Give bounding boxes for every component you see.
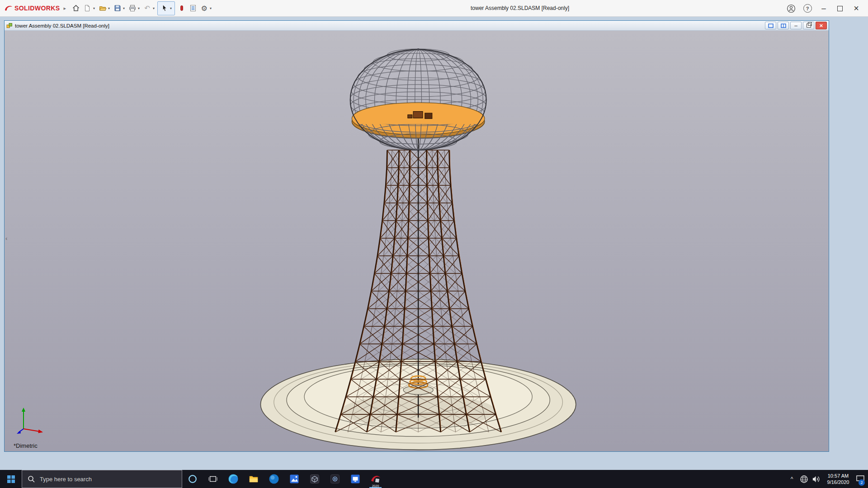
new-dropdown-caret[interactable]: ▾: [93, 6, 95, 10]
document-titlebar[interactable]: tower Assembly 02.SLDASM [Read-only] –: [5, 21, 829, 31]
solidworks-logo: SOLIDWORKS: [5, 5, 60, 12]
undo-dropdown-caret[interactable]: ▾: [153, 6, 155, 10]
account-button[interactable]: [784, 1, 798, 16]
3d-viewer-button[interactable]: [304, 470, 325, 488]
options-dropdown-caret[interactable]: ▾: [210, 6, 212, 10]
movies-app-icon: [350, 474, 361, 484]
media-app-button[interactable]: [325, 470, 345, 488]
save-icon: [113, 4, 122, 12]
orientation-triad[interactable]: [16, 405, 49, 434]
solidworks-taskbar-button[interactable]: 2020: [365, 470, 386, 488]
notification-badge: 2: [859, 479, 865, 486]
evaluate-report-button[interactable]: [187, 2, 198, 14]
save-button[interactable]: [112, 2, 123, 14]
action-center-button[interactable]: 2: [854, 470, 866, 488]
start-button[interactable]: [0, 470, 22, 488]
cortana-button[interactable]: [182, 470, 203, 488]
maximize-button[interactable]: [833, 1, 847, 16]
undo-icon: ↶: [144, 4, 150, 12]
tower-3d-model[interactable]: [5, 31, 829, 451]
window-title: tower Assembly 02.SLDASM [Read-only]: [471, 5, 569, 11]
windows-taskbar: 2020 ^ 10:57 AM 9/16/2020 2: [0, 470, 868, 488]
photos-icon: [289, 474, 300, 484]
doc-close-icon: ×: [820, 22, 823, 29]
clock[interactable]: 10:57 AM 9/16/2020: [822, 473, 854, 486]
close-icon: ×: [854, 3, 859, 14]
edge-icon: [228, 474, 239, 484]
appearance-tool-button[interactable]: [176, 2, 187, 14]
edge-button[interactable]: [223, 470, 243, 488]
home-button[interactable]: [71, 2, 82, 14]
doc-restore-icon: [807, 23, 811, 28]
minimize-button[interactable]: –: [816, 1, 831, 16]
window-split-icon: [781, 23, 786, 28]
toolbar-expand-arrow[interactable]: ▸: [63, 5, 66, 11]
help-icon: ?: [803, 4, 812, 13]
select-tool-button[interactable]: [159, 2, 170, 14]
clock-time: 10:57 AM: [822, 473, 854, 479]
new-document-button[interactable]: [82, 2, 93, 14]
taskbar-search[interactable]: [22, 470, 182, 488]
task-view-icon: [208, 474, 218, 484]
window-layout-icon: [768, 23, 774, 28]
clock-date: 9/16/2020: [822, 479, 854, 485]
solidworks-icon: [370, 474, 381, 484]
file-explorer-button[interactable]: [243, 470, 264, 488]
select-tool-group: ▾: [157, 1, 175, 15]
volume-button[interactable]: [810, 470, 822, 488]
feature-panel-collapse-arrow[interactable]: ‹: [5, 235, 7, 242]
new-document-icon: [83, 4, 91, 12]
cortana-icon: [188, 474, 198, 484]
speaker-icon: [812, 475, 821, 483]
maximize-icon: [837, 6, 843, 11]
print-button[interactable]: [127, 2, 138, 14]
open-dropdown-caret[interactable]: ▾: [108, 6, 110, 10]
3d-viewer-icon: [309, 474, 320, 484]
document-window: tower Assembly 02.SLDASM [Read-only] –: [4, 20, 829, 452]
open-folder-icon: [99, 4, 107, 12]
account-icon: [787, 4, 796, 13]
doc-minimize-icon: –: [794, 23, 797, 29]
movies-app-button[interactable]: [345, 470, 365, 488]
browser-icon: [269, 474, 279, 484]
search-input[interactable]: [39, 475, 182, 483]
dome-platform-disc[interactable]: [352, 103, 485, 138]
home-icon: [72, 4, 80, 12]
triad-x-axis: [38, 430, 43, 433]
network-globe-icon: [800, 475, 808, 483]
help-button[interactable]: ?: [800, 1, 815, 16]
doc-close-button[interactable]: ×: [816, 22, 827, 29]
task-view-button[interactable]: [203, 470, 223, 488]
network-button[interactable]: [798, 470, 810, 488]
undo-button[interactable]: ↶: [142, 2, 153, 14]
cursor-icon: [160, 4, 169, 12]
view-orientation-label: *Dimetric: [14, 442, 38, 449]
doc-restore-button[interactable]: [803, 22, 814, 29]
file-explorer-icon: [248, 474, 259, 484]
print-dropdown-caret[interactable]: ▾: [138, 6, 140, 10]
brand-text: SOLIDWORKS: [14, 5, 60, 12]
open-button[interactable]: [97, 2, 108, 14]
select-dropdown-caret[interactable]: ▾: [170, 6, 172, 10]
minimize-icon: –: [821, 4, 826, 13]
red-cylinder-icon: [178, 4, 186, 12]
report-list-icon: [189, 4, 197, 12]
close-button[interactable]: ×: [849, 1, 863, 16]
print-icon: [128, 4, 137, 12]
doc-minimize-button[interactable]: –: [790, 22, 802, 29]
browser-button[interactable]: [264, 470, 284, 488]
gear-icon: ⚙: [201, 4, 207, 13]
triad-z-axis: [17, 431, 21, 434]
solidworks-titlebar: SOLIDWORKS ▸ ▾ ▾: [0, 0, 868, 17]
assembly-document-icon: [6, 23, 13, 28]
doc-window-tool-button-1[interactable]: [765, 22, 776, 29]
photos-button[interactable]: [284, 470, 304, 488]
graphics-viewport[interactable]: *Dimetric ‹: [5, 31, 829, 451]
media-app-icon: [330, 474, 340, 484]
save-dropdown-caret[interactable]: ▾: [123, 6, 125, 10]
options-button[interactable]: ⚙: [198, 2, 210, 14]
tray-overflow-button[interactable]: ^: [786, 470, 798, 488]
ds-logo-icon: [5, 5, 13, 12]
search-icon: [28, 475, 35, 483]
doc-window-tool-button-2[interactable]: [778, 22, 789, 29]
